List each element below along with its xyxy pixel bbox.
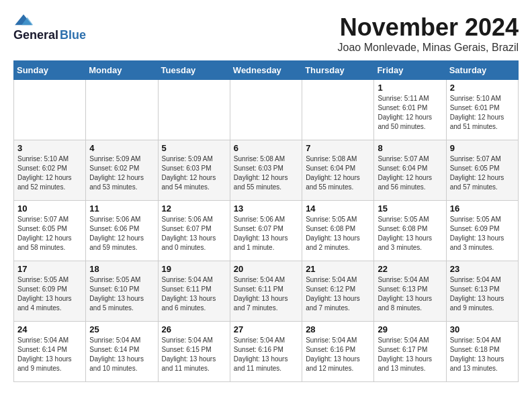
day-info: Sunrise: 5:06 AM Sunset: 6:07 PM Dayligh… xyxy=(162,215,226,253)
day-info: Sunrise: 5:05 AM Sunset: 6:08 PM Dayligh… xyxy=(378,215,442,253)
calendar-cell: 26Sunrise: 5:04 AM Sunset: 6:15 PM Dayli… xyxy=(158,322,230,382)
day-info: Sunrise: 5:04 AM Sunset: 6:14 PM Dayligh… xyxy=(17,336,82,373)
calendar-cell: 27Sunrise: 5:04 AM Sunset: 6:16 PM Dayli… xyxy=(230,322,302,382)
calendar-week-3: 17Sunrise: 5:05 AM Sunset: 6:09 PM Dayli… xyxy=(14,261,519,322)
day-number: 21 xyxy=(306,264,370,274)
day-info: Sunrise: 5:06 AM Sunset: 6:06 PM Dayligh… xyxy=(89,215,154,253)
day-number: 20 xyxy=(234,264,298,274)
day-number: 5 xyxy=(162,143,226,153)
day-info: Sunrise: 5:04 AM Sunset: 6:16 PM Dayligh… xyxy=(306,336,370,373)
calendar-cell xyxy=(14,80,86,140)
logo-general: General xyxy=(13,28,58,42)
header-tuesday: Tuesday xyxy=(158,61,230,80)
day-number: 2 xyxy=(450,83,515,93)
calendar-cell: 4Sunrise: 5:09 AM Sunset: 6:02 PM Daylig… xyxy=(86,140,158,201)
day-number: 30 xyxy=(450,324,515,334)
calendar-cell xyxy=(302,80,374,140)
day-number: 29 xyxy=(378,324,442,334)
day-number: 8 xyxy=(378,143,442,153)
day-number: 15 xyxy=(378,203,442,214)
day-info: Sunrise: 5:06 AM Sunset: 6:07 PM Dayligh… xyxy=(234,215,298,253)
calendar-cell: 19Sunrise: 5:04 AM Sunset: 6:11 PM Dayli… xyxy=(158,261,230,322)
day-number: 10 xyxy=(17,203,82,214)
day-number: 19 xyxy=(162,264,226,274)
calendar-cell: 10Sunrise: 5:07 AM Sunset: 6:05 PM Dayli… xyxy=(14,201,86,261)
calendar-week-4: 24Sunrise: 5:04 AM Sunset: 6:14 PM Dayli… xyxy=(14,322,519,382)
day-number: 6 xyxy=(234,143,298,153)
day-info: Sunrise: 5:05 AM Sunset: 6:09 PM Dayligh… xyxy=(450,215,515,253)
day-number: 1 xyxy=(378,83,442,93)
day-info: Sunrise: 5:04 AM Sunset: 6:12 PM Dayligh… xyxy=(306,275,370,313)
calendar-cell: 6Sunrise: 5:08 AM Sunset: 6:03 PM Daylig… xyxy=(230,140,302,201)
day-info: Sunrise: 5:08 AM Sunset: 6:04 PM Dayligh… xyxy=(306,154,370,192)
calendar-cell: 5Sunrise: 5:09 AM Sunset: 6:03 PM Daylig… xyxy=(158,140,230,201)
calendar-cell: 2Sunrise: 5:10 AM Sunset: 6:01 PM Daylig… xyxy=(446,80,518,140)
header-saturday: Saturday xyxy=(446,61,518,80)
calendar-cell: 13Sunrise: 5:06 AM Sunset: 6:07 PM Dayli… xyxy=(230,201,302,261)
day-number: 26 xyxy=(162,324,226,334)
calendar-cell: 17Sunrise: 5:05 AM Sunset: 6:09 PM Dayli… xyxy=(14,261,86,322)
day-info: Sunrise: 5:05 AM Sunset: 6:09 PM Dayligh… xyxy=(17,275,82,313)
logo-icon xyxy=(13,13,34,27)
logo-blue: Blue xyxy=(60,28,86,42)
calendar-cell: 15Sunrise: 5:05 AM Sunset: 6:08 PM Dayli… xyxy=(374,201,446,261)
calendar-cell: 12Sunrise: 5:06 AM Sunset: 6:07 PM Dayli… xyxy=(158,201,230,261)
calendar-cell xyxy=(86,80,158,140)
day-number: 24 xyxy=(17,324,82,334)
day-number: 3 xyxy=(17,143,82,153)
day-info: Sunrise: 5:05 AM Sunset: 6:10 PM Dayligh… xyxy=(89,275,154,313)
calendar-cell: 3Sunrise: 5:10 AM Sunset: 6:02 PM Daylig… xyxy=(14,140,86,201)
calendar-cell: 24Sunrise: 5:04 AM Sunset: 6:14 PM Dayli… xyxy=(14,322,86,382)
calendar-cell: 23Sunrise: 5:04 AM Sunset: 6:13 PM Dayli… xyxy=(446,261,518,322)
day-info: Sunrise: 5:04 AM Sunset: 6:18 PM Dayligh… xyxy=(450,336,515,373)
day-number: 13 xyxy=(234,203,298,214)
calendar-cell xyxy=(230,80,302,140)
day-info: Sunrise: 5:04 AM Sunset: 6:13 PM Dayligh… xyxy=(378,275,442,313)
calendar-cell: 30Sunrise: 5:04 AM Sunset: 6:18 PM Dayli… xyxy=(446,322,518,382)
header-monday: Monday xyxy=(86,61,158,80)
calendar-cell: 25Sunrise: 5:04 AM Sunset: 6:14 PM Dayli… xyxy=(86,322,158,382)
day-info: Sunrise: 5:09 AM Sunset: 6:03 PM Dayligh… xyxy=(162,154,226,192)
day-info: Sunrise: 5:04 AM Sunset: 6:13 PM Dayligh… xyxy=(450,275,515,313)
calendar-week-2: 10Sunrise: 5:07 AM Sunset: 6:05 PM Dayli… xyxy=(14,201,519,261)
calendar-week-0: 1Sunrise: 5:11 AM Sunset: 6:01 PM Daylig… xyxy=(14,80,519,140)
calendar-cell: 8Sunrise: 5:07 AM Sunset: 6:04 PM Daylig… xyxy=(374,140,446,201)
calendar-cell: 21Sunrise: 5:04 AM Sunset: 6:12 PM Dayli… xyxy=(302,261,374,322)
calendar-week-1: 3Sunrise: 5:10 AM Sunset: 6:02 PM Daylig… xyxy=(14,140,519,201)
day-info: Sunrise: 5:08 AM Sunset: 6:03 PM Dayligh… xyxy=(234,154,298,192)
header-friday: Friday xyxy=(374,61,446,80)
header-wednesday: Wednesday xyxy=(230,61,302,80)
day-info: Sunrise: 5:09 AM Sunset: 6:02 PM Dayligh… xyxy=(89,154,154,192)
day-number: 18 xyxy=(89,264,154,274)
calendar-table: SundayMondayTuesdayWednesdayThursdayFrid… xyxy=(13,60,519,382)
day-number: 27 xyxy=(234,324,298,334)
day-info: Sunrise: 5:04 AM Sunset: 6:11 PM Dayligh… xyxy=(234,275,298,313)
day-number: 22 xyxy=(378,264,442,274)
day-number: 7 xyxy=(306,143,370,153)
day-info: Sunrise: 5:10 AM Sunset: 6:02 PM Dayligh… xyxy=(17,154,82,192)
page-header: General Blue November 2024 Joao Monlevad… xyxy=(13,13,519,54)
calendar-cell: 28Sunrise: 5:04 AM Sunset: 6:16 PM Dayli… xyxy=(302,322,374,382)
day-number: 23 xyxy=(450,264,515,274)
calendar-cell: 1Sunrise: 5:11 AM Sunset: 6:01 PM Daylig… xyxy=(374,80,446,140)
day-number: 14 xyxy=(306,203,370,214)
calendar-cell: 18Sunrise: 5:05 AM Sunset: 6:10 PM Dayli… xyxy=(86,261,158,322)
header-thursday: Thursday xyxy=(302,61,374,80)
day-info: Sunrise: 5:04 AM Sunset: 6:11 PM Dayligh… xyxy=(162,275,226,313)
day-number: 16 xyxy=(450,203,515,214)
day-info: Sunrise: 5:07 AM Sunset: 6:04 PM Dayligh… xyxy=(378,154,442,192)
location-title: Joao Monlevade, Minas Gerais, Brazil xyxy=(338,42,519,54)
day-info: Sunrise: 5:07 AM Sunset: 6:05 PM Dayligh… xyxy=(450,154,515,192)
day-info: Sunrise: 5:10 AM Sunset: 6:01 PM Dayligh… xyxy=(450,94,515,132)
day-info: Sunrise: 5:04 AM Sunset: 6:17 PM Dayligh… xyxy=(378,336,442,373)
calendar-cell: 11Sunrise: 5:06 AM Sunset: 6:06 PM Dayli… xyxy=(86,201,158,261)
day-number: 12 xyxy=(162,203,226,214)
day-info: Sunrise: 5:07 AM Sunset: 6:05 PM Dayligh… xyxy=(17,215,82,253)
day-info: Sunrise: 5:11 AM Sunset: 6:01 PM Dayligh… xyxy=(378,94,442,132)
month-title: November 2024 xyxy=(338,13,519,42)
day-info: Sunrise: 5:04 AM Sunset: 6:15 PM Dayligh… xyxy=(162,336,226,373)
calendar-cell: 16Sunrise: 5:05 AM Sunset: 6:09 PM Dayli… xyxy=(446,201,518,261)
day-info: Sunrise: 5:05 AM Sunset: 6:08 PM Dayligh… xyxy=(306,215,370,253)
calendar-cell xyxy=(158,80,230,140)
day-number: 9 xyxy=(450,143,515,153)
